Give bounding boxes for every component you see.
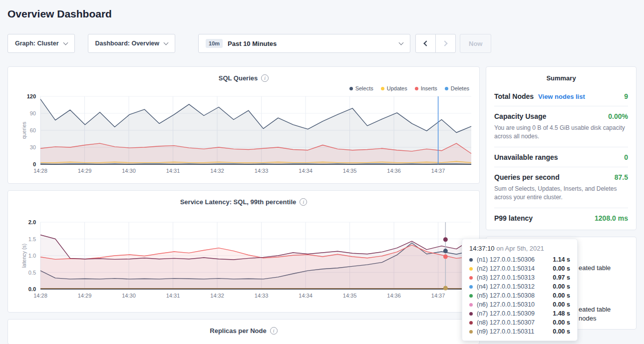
tooltip-row: (n7) 127.0.0.1:503091.48 s — [469, 309, 570, 318]
charts-column: SQL Queries i SelectsUpdatesInsertsDelet… — [7, 66, 480, 344]
summary-row-qps: Queries per second 87.5 Sum of Selects, … — [494, 167, 628, 208]
event-text-fragment: eated table — [579, 306, 611, 313]
tooltip-row: (n5) 127.0.0.1:503080.00 s — [469, 291, 570, 300]
svg-text:0.5: 0.5 — [28, 270, 36, 276]
series-dot-icon — [469, 294, 473, 298]
chart-hover-tooltip: 14:37:10 on Apr 5th, 2021 (n1) 127.0.0.1… — [462, 239, 578, 341]
svg-text:0: 0 — [33, 161, 36, 167]
svg-text:0.0: 0.0 — [28, 286, 36, 292]
now-button[interactable]: Now — [460, 34, 491, 53]
chart-card-sql-queries: SQL Queries i SelectsUpdatesInsertsDelet… — [7, 66, 480, 184]
summary-row-unavailable-ranges: Unavailable ranges 0 — [494, 147, 628, 167]
series-dot-icon — [469, 312, 473, 316]
legend-label: Selects — [355, 85, 373, 91]
svg-text:2.0: 2.0 — [28, 219, 36, 225]
tooltip-time: 14:37:10 — [469, 245, 495, 252]
chevron-right-icon — [442, 40, 447, 46]
summary-row-capacity: Capacity Usage 0.00% You are using 0 B o… — [494, 106, 628, 147]
svg-text:latency (s): latency (s) — [21, 244, 27, 268]
chevron-down-icon — [63, 40, 68, 45]
event-text-fragment: nodes — [579, 315, 596, 322]
svg-text:14:30: 14:30 — [122, 168, 136, 174]
chart-card-service-latency: Service Latency: SQL, 99th percentile i … — [7, 190, 480, 313]
info-icon[interactable]: i — [270, 327, 278, 335]
series-dot-icon — [469, 285, 473, 289]
time-next-button[interactable] — [435, 34, 456, 53]
svg-text:60: 60 — [30, 127, 36, 133]
chart-header: Replicas per Node i — [8, 320, 479, 336]
tooltip-node-label: (n8) 127.0.0.1:50307 — [477, 319, 553, 326]
info-icon[interactable]: i — [300, 198, 307, 206]
summary-title: Summary — [486, 67, 636, 86]
tooltip-node-label: (n1) 127.0.0.1:50306 — [477, 256, 553, 263]
chart-legend: SelectsUpdatesInsertsDeletes — [8, 83, 479, 92]
service-latency-plot[interactable]: 0.00.51.01.52.014:2814:2914:3014:3114:32… — [8, 218, 479, 300]
tooltip-node-value: 1.48 s — [553, 310, 570, 317]
svg-text:14:34: 14:34 — [299, 168, 313, 174]
graph-dropdown[interactable]: Graph: Cluster — [7, 34, 75, 53]
chevron-left-icon — [423, 40, 429, 46]
view-nodes-link[interactable]: View nodes list — [538, 93, 585, 100]
svg-text:14:31: 14:31 — [166, 293, 180, 299]
time-range-picker[interactable]: 10m Past 10 Minutes — [198, 34, 410, 53]
svg-text:14:33: 14:33 — [255, 168, 269, 174]
chart-title: SQL Queries — [219, 74, 258, 82]
tooltip-node-value: 0.00 s — [553, 292, 570, 299]
p99-latency-value: 1208.0 ms — [595, 214, 628, 222]
tooltip-node-label: (n7) 127.0.0.1:50309 — [477, 310, 553, 317]
chart-header: Service Latency: SQL, 99th percentile i — [8, 191, 479, 207]
tooltip-node-label: (n9) 127.0.0.1:50311 — [477, 328, 553, 335]
dashboard-dropdown[interactable]: Dashboard: Overview — [88, 34, 176, 53]
svg-text:queries: queries — [21, 122, 27, 139]
tooltip-node-value: 0.97 s — [553, 274, 570, 281]
chevron-down-icon — [164, 40, 169, 45]
page-title: Overview Dashboard — [7, 0, 637, 20]
series-dot-icon — [469, 303, 473, 307]
legend-dot-icon — [381, 87, 384, 90]
qps-value: 87.5 — [615, 173, 628, 181]
tooltip-node-value: 0.00 s — [553, 328, 570, 335]
tooltip-timestamp: 14:37:10 on Apr 5th, 2021 — [469, 244, 570, 253]
series-dot-icon — [469, 258, 473, 262]
chevron-down-icon — [399, 40, 404, 45]
tooltip-node-label: (n2) 127.0.0.1:50314 — [477, 265, 553, 272]
svg-text:14:29: 14:29 — [78, 293, 92, 299]
info-icon[interactable]: i — [261, 74, 269, 82]
tooltip-node-label: (n4) 127.0.0.1:50312 — [477, 283, 553, 290]
legend-item-deletes[interactable]: Deletes — [445, 84, 469, 92]
tooltip-row: (n9) 127.0.0.1:503110.00 s — [469, 327, 570, 336]
time-prev-button[interactable] — [415, 34, 436, 53]
total-nodes-label: Total Nodes — [494, 92, 534, 100]
series-dot-icon — [469, 267, 473, 271]
svg-text:14:35: 14:35 — [343, 168, 357, 174]
legend-label: Deletes — [451, 85, 469, 91]
series-dot-icon — [469, 330, 473, 334]
chart-header: SQL Queries i — [8, 67, 479, 83]
sql-queries-plot[interactable]: 030609012014:2814:2914:3014:3114:3214:33… — [8, 92, 479, 175]
time-range-label: Past 10 Minutes — [228, 40, 394, 47]
legend-label: Updates — [387, 85, 407, 91]
event-text-fragment: eated table — [579, 264, 611, 272]
svg-text:1.0: 1.0 — [28, 253, 36, 259]
svg-text:14:29: 14:29 — [78, 168, 92, 174]
svg-text:14:36: 14:36 — [387, 168, 401, 174]
capacity-description: You are using 0 B of 4.5 GiB usable disk… — [494, 124, 628, 141]
toolbar: Graph: Cluster Dashboard: Overview 10m P… — [7, 34, 637, 53]
legend-item-selects[interactable]: Selects — [349, 84, 373, 92]
svg-text:14:34: 14:34 — [299, 293, 313, 299]
svg-text:14:31: 14:31 — [166, 168, 180, 174]
legend-item-updates[interactable]: Updates — [381, 84, 407, 92]
tooltip-row: (n8) 127.0.0.1:503070.00 s — [469, 318, 570, 327]
tooltip-row: (n6) 127.0.0.1:503100.00 s — [469, 300, 570, 309]
tooltip-node-value: 0.00 s — [553, 283, 570, 290]
capacity-label: Capacity Usage — [494, 112, 546, 120]
legend-dot-icon — [349, 87, 353, 90]
tooltip-node-label: (n6) 127.0.0.1:50310 — [477, 301, 553, 308]
legend-item-inserts[interactable]: Inserts — [415, 84, 437, 92]
graph-dropdown-label: Graph: Cluster — [15, 40, 59, 47]
total-nodes-value: 9 — [624, 92, 628, 100]
svg-text:14:28: 14:28 — [33, 168, 47, 174]
time-nav-arrows — [415, 34, 456, 53]
capacity-value: 0.00% — [608, 112, 628, 120]
dashboard-dropdown-label: Dashboard: Overview — [95, 40, 160, 47]
